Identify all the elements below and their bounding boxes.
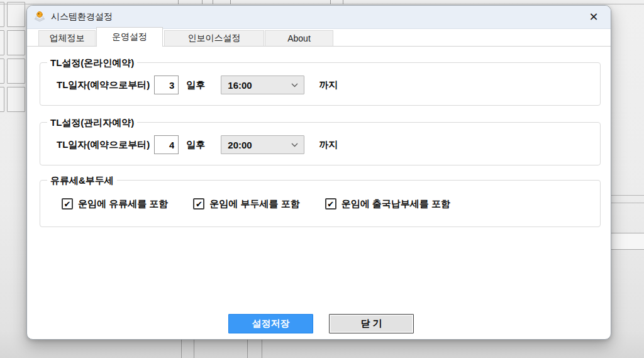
- tab-company-info[interactable]: 업체정보: [38, 30, 96, 46]
- group-tl-online-reservation: TL설정(온라인예약) TL일자(예약으로부터) 일후 16:00 까지: [40, 62, 601, 106]
- background-line: [610, 203, 644, 203]
- group-title: TL설정(온라인예약): [47, 57, 137, 69]
- background-grid-cell: [7, 30, 25, 55]
- tl-days-input-online[interactable]: [154, 76, 179, 94]
- dialog-title: 시스템환경설정: [51, 11, 113, 23]
- checkbox-include-fuel-tax[interactable]: ✔ 운임에 유류세를 포함: [62, 198, 168, 210]
- background-line: [230, 0, 231, 4]
- checkbox-checked-icon[interactable]: ✔: [62, 198, 73, 210]
- tl-days-input-admin[interactable]: [154, 135, 179, 154]
- checkbox-checked-icon[interactable]: ✔: [325, 198, 336, 210]
- tab-invoice-settings[interactable]: 인보이스설정: [164, 30, 264, 46]
- background-line: [610, 195, 644, 196]
- background-grid-cell: [0, 2, 4, 27]
- tab-operation-settings[interactable]: 운영설정: [96, 27, 163, 47]
- group-title: 유류세&부두세: [47, 174, 117, 186]
- until-label: 까지: [319, 139, 338, 151]
- background-grid-cell: [7, 59, 25, 84]
- tl-time-value: 20:00: [228, 140, 252, 150]
- checkbox-label: 운임에 출국납부세를 포함: [341, 198, 450, 210]
- background-grid-cell: [7, 87, 25, 112]
- group-fuel-port-tax: 유류세&부두세 ✔ 운임에 유류세를 포함 ✔ 운임에 부두세를 포함 ✔ 운임…: [40, 180, 601, 227]
- checkbox-label: 운임에 부두세를 포함: [209, 198, 299, 210]
- background-line: [343, 0, 343, 4]
- background-grid-cell: [0, 87, 4, 112]
- tl-time-select-online[interactable]: 16:00: [221, 76, 304, 94]
- group-tl-admin-reservation: TL설정(관리자예약) TL일자(예약으로부터) 일후 20:00 까지: [40, 122, 601, 165]
- close-icon[interactable]: ✕: [584, 8, 603, 26]
- settings-dialog: 시스템환경설정 ✕ 업체정보 운영설정 인보이스설정 About TL설정(온라…: [26, 5, 611, 340]
- tax-checkbox-row: ✔ 운임에 유류세를 포함 ✔ 운임에 부두세를 포함 ✔ 운임에 출국납부세를…: [40, 197, 600, 211]
- checkbox-include-port-tax[interactable]: ✔ 운임에 부두세를 포함: [193, 198, 299, 210]
- tl-date-label: TL일자(예약으로부터): [57, 139, 150, 151]
- background-grid-cell: [0, 59, 4, 84]
- app-logo-icon: [33, 11, 46, 23]
- background-line: [202, 0, 203, 4]
- group-title: TL설정(관리자예약): [47, 116, 137, 128]
- tl-online-row: TL일자(예약으로부터) 일후 16:00 까지: [40, 76, 600, 94]
- background-line: [181, 338, 182, 358]
- tl-time-select-admin[interactable]: 20:00: [221, 135, 304, 154]
- until-label: 까지: [319, 79, 338, 91]
- chevron-down-icon: [291, 143, 298, 147]
- background-line: [194, 338, 194, 358]
- background-line: [262, 338, 262, 358]
- close-dialog-button[interactable]: 닫 기: [329, 314, 414, 333]
- checkbox-checked-icon[interactable]: ✔: [193, 198, 204, 210]
- background-grid-cell: [0, 30, 4, 55]
- days-after-label: 일후: [186, 79, 205, 91]
- days-after-label: 일후: [186, 139, 205, 151]
- tl-time-value: 16:00: [228, 80, 252, 91]
- checkbox-label: 운임에 유류세를 포함: [78, 198, 168, 210]
- background-line: [178, 0, 179, 4]
- tl-admin-row: TL일자(예약으로부터) 일후 20:00 까지: [40, 135, 600, 154]
- tab-about[interactable]: About: [265, 30, 333, 46]
- background-row: [610, 233, 644, 250]
- checkbox-include-departure-tax[interactable]: ✔ 운임에 출국납부세를 포함: [325, 198, 450, 210]
- save-settings-button[interactable]: 설정저장: [228, 314, 313, 333]
- background-line: [0, 4, 644, 4]
- background-line: [247, 338, 248, 358]
- background-line: [213, 0, 213, 4]
- background-grid-cell: [7, 2, 25, 27]
- chevron-down-icon: [291, 83, 298, 87]
- tab-strip: 업체정보 운영설정 인보이스설정 About: [27, 29, 611, 47]
- dialog-titlebar: 시스템환경설정 ✕: [27, 6, 611, 29]
- tl-date-label: TL일자(예약으로부터): [57, 79, 150, 91]
- background-line: [330, 0, 331, 4]
